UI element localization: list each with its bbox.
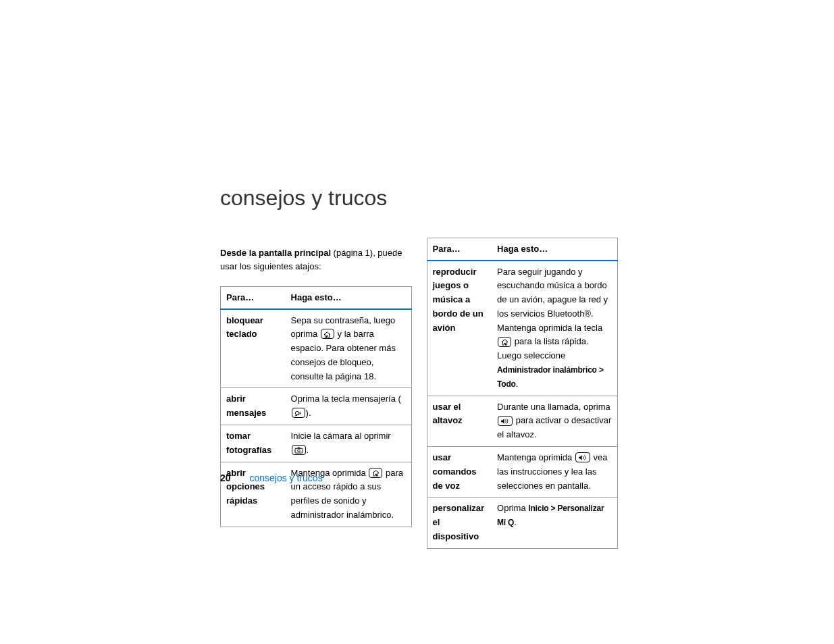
page-title: consejos y trucos bbox=[220, 186, 618, 211]
row-action: Para seguir jugando y escuchando música … bbox=[492, 261, 617, 396]
table-row: personalizar el dispositivoOprima Inicio… bbox=[427, 498, 618, 548]
left-column: Desde la pantalla principal (página 1), … bbox=[220, 238, 412, 549]
col-header-haga: Haga esto… bbox=[492, 238, 617, 261]
table-row: usar comandos de vozMantenga oprimida ve… bbox=[427, 447, 618, 498]
row-para: personalizar el dispositivo bbox=[427, 498, 492, 548]
svg-point-2 bbox=[297, 450, 300, 452]
row-action: Mantenga oprimida vea las instrucciones … bbox=[492, 447, 617, 498]
table-row: bloquear tecladoSepa su contraseña, lueg… bbox=[221, 309, 412, 388]
row-para: usar el altavoz bbox=[427, 396, 492, 446]
col-header-haga: Haga esto… bbox=[286, 287, 411, 309]
right-column: Para… Haga esto… reproducir juegos o mús… bbox=[427, 238, 619, 549]
svg-point-0 bbox=[295, 411, 298, 414]
row-para: bloquear teclado bbox=[221, 309, 286, 388]
speaker-icon bbox=[498, 416, 513, 426]
tips-table-right: Para… Haga esto… reproducir juegos o mús… bbox=[427, 238, 619, 549]
col-header-para: Para… bbox=[221, 287, 286, 309]
tips-table-left: Para… Haga esto… bloquear tecladoSepa su… bbox=[220, 286, 412, 527]
row-para: abrir opciones rápidas bbox=[221, 462, 286, 527]
row-action: Inicie la cámara al oprimir . bbox=[286, 425, 411, 462]
speaker-icon bbox=[575, 452, 590, 462]
camera-icon bbox=[292, 445, 306, 455]
row-para: abrir mensajes bbox=[221, 388, 286, 425]
table-row: usar el altavozDurante una llamada, opri… bbox=[427, 396, 618, 446]
page-footer: 20 consejos y trucos bbox=[220, 473, 323, 483]
row-action: Sepa su contraseña, luego oprima y la ba… bbox=[286, 309, 411, 388]
row-para: tomar fotografías bbox=[221, 425, 286, 462]
message-icon bbox=[292, 408, 305, 418]
footer-title: consejos y trucos bbox=[249, 473, 322, 483]
row-action: Oprima Inicio > Personalizar Mi Q. bbox=[492, 498, 617, 548]
row-para: reproducir juegos o música a bordo de un… bbox=[427, 261, 492, 396]
home-icon bbox=[321, 329, 334, 339]
menu-path: Administrador inalámbrico > Todo bbox=[497, 365, 604, 389]
page-number: 20 bbox=[220, 473, 231, 483]
table-row: reproducir juegos o música a bordo de un… bbox=[427, 261, 618, 396]
intro-text: Desde la pantalla principal (página 1), … bbox=[220, 246, 412, 273]
table-row: tomar fotografíasInicie la cámara al opr… bbox=[221, 425, 412, 462]
menu-path: Inicio > Personalizar Mi Q bbox=[497, 504, 604, 527]
svg-rect-1 bbox=[295, 449, 303, 454]
col-header-para: Para… bbox=[427, 238, 492, 261]
table-row: abrir mensajesOprima la tecla mensajería… bbox=[221, 388, 412, 425]
home-icon bbox=[369, 468, 382, 478]
row-para: usar comandos de voz bbox=[427, 447, 492, 498]
home-icon bbox=[498, 337, 511, 347]
row-action: Durante una llamada, oprima para activar… bbox=[492, 396, 617, 446]
table-row: abrir opciones rápidasMantenga oprimida … bbox=[221, 462, 412, 527]
row-action: Oprima la tecla mensajería (). bbox=[286, 388, 411, 425]
row-action: Mantenga oprimida para un acceso rápido … bbox=[286, 462, 411, 527]
